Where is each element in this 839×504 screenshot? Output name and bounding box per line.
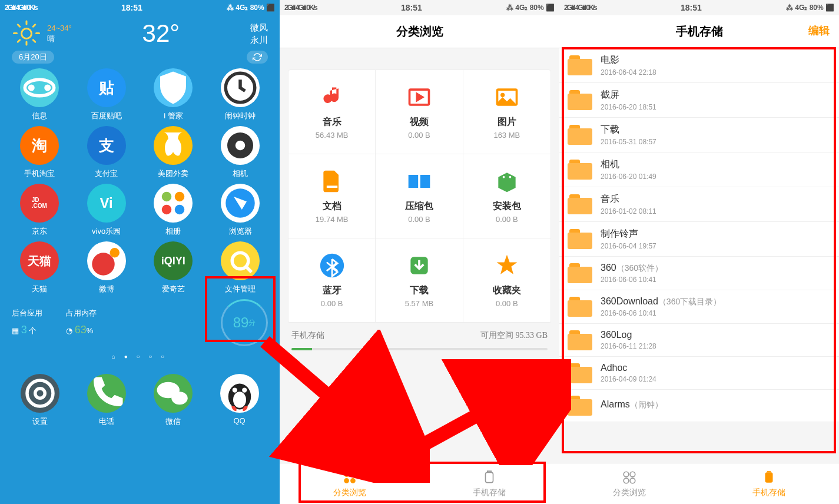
category-music[interactable]: 音乐56.43 MB [288, 70, 376, 154]
svg-point-36 [624, 472, 629, 477]
weather-location: 微风 永川 [250, 21, 268, 46]
svg-point-8 [175, 205, 185, 215]
storage-progress [291, 348, 548, 350]
app-clock[interactable]: 闹钟时钟 [208, 68, 273, 121]
svg-point-12 [232, 253, 248, 269]
highlight-folders [562, 47, 836, 453]
storage-info: 手机存储 可用空间 95.33 GB [280, 323, 559, 348]
edit-button[interactable]: 编辑 [808, 24, 830, 38]
category-bt[interactable]: 蓝牙0.00 B [288, 238, 376, 323]
app-taobao[interactable]: 淘手机淘宝 [7, 126, 72, 179]
app-browser[interactable]: 浏览器 [208, 184, 273, 237]
signal-text: 2Gılıl 4Gılıl 0K/s [5, 4, 37, 12]
svg-point-1 [44, 85, 51, 91]
signal-text: 2Gılıl 4Gılıl 0K/s [564, 4, 596, 12]
svg-point-23 [500, 93, 505, 97]
status-bar: 2Gılıl 4Gılıl 0K/s 18:51 ⁂ 4G₂ 80% ⬛ [559, 0, 839, 15]
page-title: 手机存储 编辑 [559, 15, 839, 48]
temperature: 32° [142, 19, 180, 48]
svg-point-16 [171, 392, 188, 404]
battery-text: ⁂ 4G₂ 80% ⬛ [786, 4, 834, 12]
app-shield[interactable]: i 管家 [141, 68, 206, 121]
status-time: 18:51 [121, 3, 142, 12]
page-dots: ⌂ ● ○ ○ ○ [0, 351, 280, 362]
category-browse-screen: 2Gılıl 4Gılıl 0K/s 18:51 ⁂ 4G₂ 80% ⬛ 分类浏… [280, 0, 559, 504]
category-grid: 音乐56.43 MB视频0.00 B图片163 MB文档19.74 MB压缩包0… [288, 69, 551, 323]
status-time: 18:51 [401, 3, 422, 12]
status-time: 18:51 [681, 3, 702, 12]
page-title: 分类浏览 [280, 15, 559, 48]
app-camera[interactable]: 相机 [208, 126, 273, 179]
dock-phone[interactable]: 电话 [87, 374, 126, 427]
svg-rect-40 [765, 472, 773, 482]
svg-rect-24 [326, 185, 337, 188]
sun-icon [12, 19, 41, 48]
category-star[interactable]: 收藏夹0.00 B [463, 238, 551, 323]
svg-point-13 [35, 389, 45, 399]
signal-text: 2Gılıl 4Gılıl 0K/s [284, 4, 317, 12]
status-bar: 2Gılıl 4Gılıl 0K/s 18:51 ⁂ 4G₂ 80% ⬛ [0, 0, 280, 15]
highlight-filemgr [205, 276, 276, 342]
svg-point-5 [162, 192, 172, 202]
svg-point-37 [630, 472, 635, 477]
weather-range: 24~34° 晴 [47, 23, 72, 44]
app-iqiyi[interactable]: iQIYI爱奇艺 [141, 241, 206, 294]
svg-point-28 [509, 176, 511, 178]
svg-point-19 [232, 387, 237, 392]
category-apk[interactable]: 安装包0.00 B [463, 154, 551, 238]
tab-storage[interactable]: 手机存储 [699, 463, 840, 504]
app-alipay[interactable]: 支支付宝 [74, 126, 139, 179]
svg-point-11 [110, 248, 120, 258]
dock-settings[interactable]: 设置 [21, 374, 59, 427]
app-weibo[interactable]: 微博 [74, 241, 139, 294]
svg-point-0 [28, 85, 35, 91]
tab-category[interactable]: 分类浏览 [559, 463, 699, 504]
app-tmall[interactable]: 天猫天猫 [7, 241, 72, 294]
app-gallery[interactable]: 相册 [141, 184, 206, 237]
highlight-tabs [299, 462, 546, 503]
date-row: 6月20日 [0, 51, 280, 64]
svg-point-7 [162, 205, 172, 215]
svg-point-4 [236, 141, 246, 151]
svg-point-18 [233, 392, 246, 408]
svg-rect-25 [409, 175, 419, 188]
category-dl[interactable]: 下载5.57 MB [376, 238, 463, 323]
battery-text: ⁂ 4G₂ 80% ⬛ [227, 4, 275, 12]
dock-wechat[interactable]: 微信 [154, 374, 193, 427]
app-jd[interactable]: JD.COM京东 [7, 184, 72, 237]
date-tag[interactable]: 6月20日 [12, 51, 54, 64]
app-msg[interactable]: 信息 [7, 68, 72, 121]
category-doc[interactable]: 文档19.74 MB [288, 154, 376, 238]
status-bar: 2Gılıl 4Gılıl 0K/s 18:51 ⁂ 4G₂ 80% ⬛ [280, 0, 559, 15]
weather-widget[interactable]: 24~34° 晴 32° 微风 永川 [0, 15, 280, 51]
category-image[interactable]: 图片163 MB [463, 70, 551, 154]
app-meituan[interactable]: 美团外卖 [141, 126, 206, 179]
category-zip[interactable]: 压缩包0.00 B [376, 154, 463, 238]
svg-rect-26 [420, 175, 430, 188]
refresh-icon[interactable] [247, 51, 268, 64]
dock: 设置电话微信QQ [0, 369, 280, 432]
app-vivo[interactable]: Vivivo乐园 [74, 184, 139, 237]
svg-point-39 [630, 478, 635, 483]
bg-apps-stat: 后台应用 ▦ 3 个 [12, 306, 42, 339]
storage-folder-screen: 2Gılıl 4Gılıl 0K/s 18:51 ⁂ 4G₂ 80% ⬛ 手机存… [559, 0, 839, 504]
svg-point-20 [242, 387, 247, 392]
svg-point-27 [502, 176, 505, 178]
svg-point-14 [27, 380, 53, 406]
dock-qq[interactable]: QQ [220, 374, 259, 427]
home-screen: 2Gılıl 4Gılıl 0K/s 18:51 ⁂ 4G₂ 80% ⬛ 24~… [0, 0, 280, 504]
svg-point-6 [175, 192, 185, 202]
svg-point-38 [624, 478, 629, 483]
memory-stat: 占用内存 ◔ 63% [66, 306, 97, 339]
app-tieba[interactable]: 贴百度贴吧 [74, 68, 139, 121]
category-video[interactable]: 视频0.00 B [376, 70, 463, 154]
battery-text: ⁂ 4G₂ 80% ⬛ [506, 4, 555, 12]
bottom-tabs: 分类浏览 手机存储 [559, 463, 839, 504]
app-grid: 信息贴百度贴吧i 管家闹钟时钟淘手机淘宝支支付宝美团外卖相机JD.COM京东Vi… [0, 68, 280, 294]
